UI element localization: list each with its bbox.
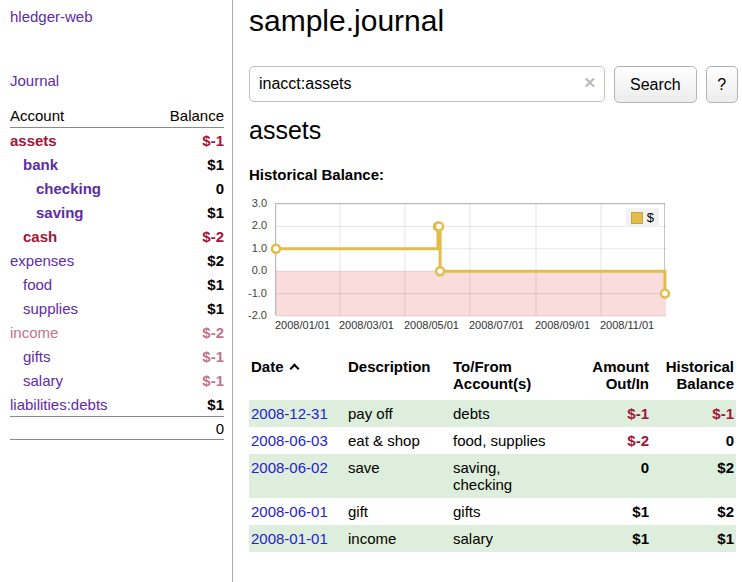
main-content: sample.journal ✕ Search ? assets Histori… — [233, 0, 742, 582]
account-row: gifts$-1 — [10, 344, 224, 368]
account-link-supplies[interactable]: supplies — [10, 300, 78, 317]
transaction-date-link[interactable]: 2008-06-02 — [251, 459, 328, 476]
sort-ascending-icon — [289, 364, 299, 374]
account-link-saving[interactable]: saving — [10, 204, 84, 221]
accounts-cell: salary — [451, 525, 579, 552]
y-axis-tick-label: 2.0 — [233, 219, 267, 231]
register-col-date-label: Date — [251, 358, 284, 375]
account-balance: $1 — [207, 204, 224, 221]
accounts-table-body: assets$-1bank$1checking0saving$1cash$-2e… — [10, 128, 224, 416]
accounts-cell: debts — [451, 400, 579, 427]
x-axis-tick-label: 2008/07/01 — [469, 319, 524, 331]
register-col-amount-line2: Out/In — [606, 375, 649, 392]
register-row: 2008-12-31pay offdebts$-1$-1 — [249, 400, 736, 427]
account-link-gifts[interactable]: gifts — [10, 348, 51, 365]
x-axis-tick-label: 2008/09/01 — [535, 319, 590, 331]
y-axis-tick-label: -2.0 — [233, 309, 267, 321]
page-title: sample.journal — [249, 4, 444, 38]
balance-chart-svg — [276, 204, 666, 316]
chart-heading: Historical Balance: — [249, 166, 384, 183]
description-cell: save — [346, 454, 451, 498]
account-row: salary$-1 — [10, 368, 224, 392]
search-bar: ✕ Search ? — [249, 66, 738, 103]
transaction-date-link[interactable]: 2008-06-03 — [251, 432, 328, 449]
balance-cell: $-1 — [651, 400, 736, 427]
account-row: income$-2 — [10, 320, 224, 344]
register-col-description: Description — [346, 356, 451, 400]
amount-cell: $-2 — [579, 427, 651, 454]
chart-x-axis: 2008/01/012008/03/012008/05/012008/07/01… — [233, 319, 723, 333]
description-cell: pay off — [346, 400, 451, 427]
account-link-salary[interactable]: salary — [10, 372, 63, 389]
app-title-link[interactable]: hledger-web — [10, 8, 93, 25]
search-box: ✕ — [249, 66, 605, 103]
x-axis-tick-label: 2008/01/01 — [275, 319, 330, 331]
chart-plot-area: $ — [275, 203, 665, 315]
transaction-date-link[interactable]: 2008-01-01 — [251, 530, 328, 547]
account-balance: 0 — [216, 180, 224, 197]
account-link-liabilities-debts[interactable]: liabilities:debts — [10, 396, 108, 413]
accounts-table: Account Balance assets$-1bank$1checking0… — [10, 104, 224, 440]
register-row: 2008-06-03eat & shopfood, supplies$-20 — [249, 427, 736, 454]
date-cell: 2008-12-31 — [249, 400, 346, 427]
amount-cell: $1 — [579, 498, 651, 525]
account-balance: $-2 — [202, 228, 224, 245]
accounts-cell: saving, checking — [451, 454, 579, 498]
account-row: cash$-2 — [10, 224, 224, 248]
account-balance: $-1 — [202, 348, 224, 365]
balance-cell: $1 — [651, 525, 736, 552]
account-heading: assets — [249, 116, 321, 145]
description-cell: income — [346, 525, 451, 552]
transaction-date-link[interactable]: 2008-06-01 — [251, 503, 328, 520]
search-button[interactable]: Search — [614, 66, 697, 103]
account-link-assets[interactable]: assets — [10, 132, 57, 149]
register-col-accounts-line1: To/From — [453, 358, 512, 375]
register-row: 2008-01-01incomesalary$1$1 — [249, 525, 736, 552]
register-col-accounts-line2: Account(s) — [453, 375, 531, 392]
description-cell: eat & shop — [346, 427, 451, 454]
y-axis-tick-label: 0.0 — [233, 264, 267, 276]
account-row: assets$-1 — [10, 128, 224, 152]
account-link-cash[interactable]: cash — [10, 228, 57, 245]
account-row: checking0 — [10, 176, 224, 200]
amount-cell: $-1 — [579, 400, 651, 427]
account-row: saving$1 — [10, 200, 224, 224]
search-input[interactable] — [249, 66, 605, 102]
description-cell: gift — [346, 498, 451, 525]
register-col-amount-line1: Amount — [592, 358, 649, 375]
register-col-description-label: Description — [348, 358, 431, 375]
accounts-table-header: Account Balance — [10, 104, 224, 128]
date-cell: 2008-06-03 — [249, 427, 346, 454]
accounts-col-balance: Balance — [170, 107, 224, 124]
register-col-date[interactable]: Date — [249, 356, 346, 400]
account-link-income[interactable]: income — [10, 324, 58, 341]
account-balance: $-1 — [202, 132, 224, 149]
clear-search-icon[interactable]: ✕ — [583, 75, 596, 90]
account-balance: $1 — [207, 300, 224, 317]
accounts-total-value: 0 — [216, 420, 224, 437]
account-link-bank[interactable]: bank — [10, 156, 58, 173]
register-col-balance-line1: Historical — [666, 358, 734, 375]
register-col-balance: Historical Balance — [651, 356, 736, 400]
amount-cell: $1 — [579, 525, 651, 552]
register-col-balance-line2: Balance — [676, 375, 734, 392]
account-row: expenses$2 — [10, 248, 224, 272]
y-axis-tick-label: -1.0 — [233, 287, 267, 299]
account-row: food$1 — [10, 272, 224, 296]
transaction-date-link[interactable]: 2008-12-31 — [251, 405, 328, 422]
account-link-food[interactable]: food — [10, 276, 52, 293]
x-axis-tick-label: 2008/05/01 — [404, 319, 459, 331]
date-cell: 2008-01-01 — [249, 525, 346, 552]
account-link-expenses[interactable]: expenses — [10, 252, 74, 269]
balance-chart: $ 2008/01/012008/03/012008/05/012008/07/… — [233, 203, 723, 343]
account-link-checking[interactable]: checking — [10, 180, 101, 197]
x-axis-tick-label: 2008/11/01 — [600, 319, 654, 331]
legend-label: $ — [647, 210, 654, 225]
balance-cell: $2 — [651, 498, 736, 525]
date-cell: 2008-06-02 — [249, 454, 346, 498]
help-button[interactable]: ? — [706, 66, 738, 103]
account-row: supplies$1 — [10, 296, 224, 320]
register-header-row: Date Description To/From Account(s) Amou… — [249, 356, 736, 400]
accounts-col-account: Account — [10, 107, 64, 124]
sidebar-item-journal[interactable]: Journal — [10, 72, 59, 89]
